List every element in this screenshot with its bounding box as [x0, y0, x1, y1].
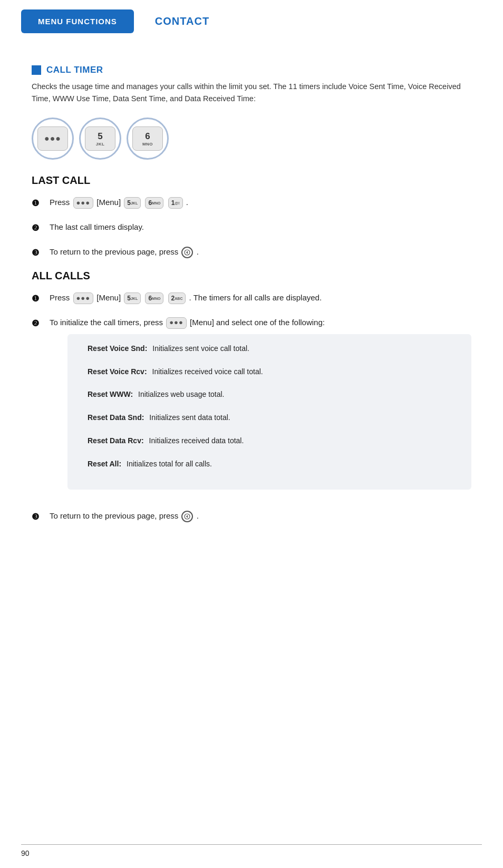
last-call-steps: ❶ Press ●●● [Menu] 5JKL 6MNO 1@! . ❷ The…: [32, 196, 471, 259]
step-num-ac-2: ❷: [32, 317, 44, 330]
step-num-lc-3: ❸: [32, 246, 44, 260]
step-num-ac-1: ❶: [32, 292, 44, 306]
key-2-inline-ac1: 2ABC: [168, 292, 186, 304]
step-lc-1: ❶ Press ●●● [Menu] 5JKL 6MNO 1@! .: [32, 196, 471, 210]
key-inner-dots: ●●●: [37, 126, 68, 151]
step-ac-1: ❶ Press ●●● [Menu] 5JKL 6MNO 2ABC . The …: [32, 291, 471, 306]
info-item-4: Reset Data Snd: Initializes sent data to…: [88, 412, 461, 424]
back-arrow-svg-ac: [184, 513, 190, 520]
main-content: CALL TIMER Checks the usage time and man…: [0, 38, 503, 555]
menu-functions-button[interactable]: MENU FUNCTIONS: [21, 9, 134, 33]
back-arrow-svg: [184, 249, 190, 256]
info-list: Reset Voice Snd: Initializes sent voice …: [78, 343, 461, 471]
all-calls-title: ALL CALLS: [32, 270, 471, 282]
step-num-lc-2: ❷: [32, 221, 44, 235]
svg-marker-3: [186, 515, 188, 518]
step-content-lc-2: The last call timers display.: [50, 221, 471, 233]
key-icon-5: 5 JKL: [79, 118, 121, 160]
key-inner-5: 5 JKL: [85, 126, 115, 151]
back-button-icon-ac: [181, 511, 193, 522]
step-ac-2: ❷ To initialize the call timers, press ●…: [32, 316, 471, 499]
last-call-title: LAST CALL: [32, 174, 471, 187]
step-content-ac-1: Press ●●● [Menu] 5JKL 6MNO 2ABC . The ti…: [50, 291, 471, 304]
info-item-2: Reset Voice Rcv: Initializes received vo…: [88, 366, 461, 378]
key-6-inline-ac1: 6MNO: [145, 292, 163, 304]
step-lc-2: ❷ The last call timers display.: [32, 221, 471, 235]
section-title-text: CALL TIMER: [46, 65, 103, 75]
info-box: Reset Voice Snd: Initializes sent voice …: [67, 334, 471, 490]
info-item-6: Reset All: Initializes total for all cal…: [88, 458, 461, 471]
section-description: Checks the usage time and manages your c…: [32, 81, 471, 105]
step-ac-3: ❸ To return to the previous page, press …: [32, 510, 471, 524]
key-inner-6: 6 MNO: [132, 126, 163, 151]
key-icons-row: ●●● 5 JKL 6 MNO: [32, 118, 471, 160]
contact-label: CONTACT: [155, 15, 209, 27]
section-title-icon: [32, 65, 41, 75]
all-calls-steps: ❶ Press ●●● [Menu] 5JKL 6MNO 2ABC . The …: [32, 291, 471, 523]
page-header: MENU FUNCTIONS CONTACT: [0, 0, 503, 38]
key-icon-6: 6 MNO: [127, 118, 169, 160]
step-content-lc-1: Press ●●● [Menu] 5JKL 6MNO 1@! .: [50, 196, 471, 209]
key-1-inline-lc1: 1@!: [168, 197, 183, 209]
key-5-inline-lc1: 5JKL: [124, 197, 141, 209]
svg-marker-1: [186, 251, 188, 254]
page-footer: 90: [21, 844, 482, 857]
step-lc-3: ❸ To return to the previous page, press …: [32, 246, 471, 260]
info-item-5: Reset Data Rcv: Initializes received dat…: [88, 435, 461, 447]
key-icon-menu: ●●●: [32, 118, 74, 160]
page-number: 90: [21, 849, 30, 857]
key-5-inline-ac1: 5JKL: [124, 292, 141, 304]
key-6-inline-lc1: 6MNO: [145, 197, 163, 209]
step-content-ac-2: To initialize the call timers, press ●●●…: [50, 316, 471, 499]
step-num-ac-3: ❸: [32, 510, 44, 524]
section-title-row: CALL TIMER: [32, 65, 471, 75]
step-content-lc-3: To return to the previous page, press .: [50, 246, 471, 258]
info-item-1: Reset Voice Snd: Initializes sent voice …: [88, 343, 461, 355]
key-menu-inline-lc1: ●●●: [73, 197, 94, 209]
key-menu-inline-ac1: ●●●: [73, 292, 94, 304]
info-item-3: Reset WWW: Initializes web usage total.: [88, 388, 461, 401]
key-menu-inline-ac2: ●●●: [166, 317, 187, 329]
step-num-lc-1: ❶: [32, 197, 44, 210]
back-button-icon-lc: [181, 247, 193, 258]
step-content-ac-3: To return to the previous page, press .: [50, 510, 471, 522]
